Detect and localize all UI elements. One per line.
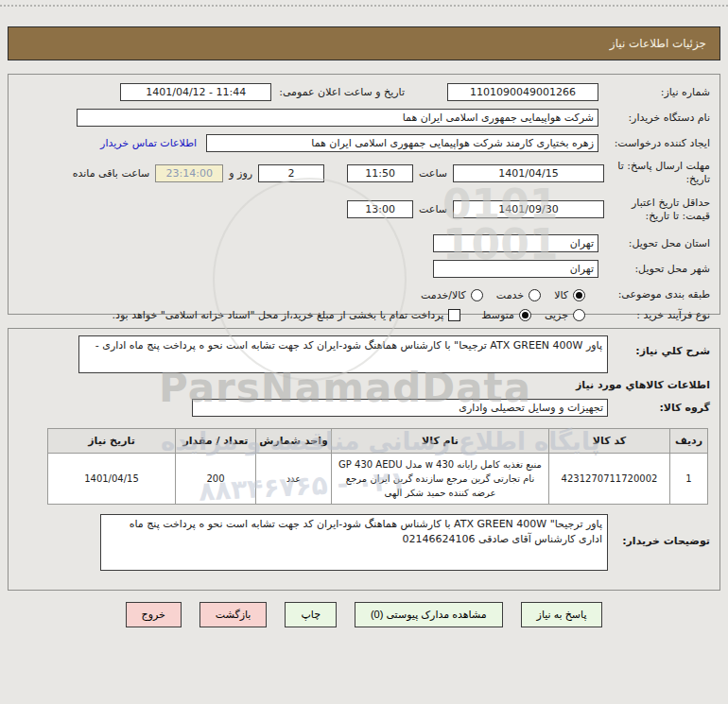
remaining-days-field[interactable]: 2 [258,164,324,182]
radio-option-partial[interactable]: جزیی [545,309,585,321]
treasury-docs-checkbox-option[interactable]: پرداخت تمام یا بخشی از مبلغ خرید،از محل … [113,309,461,321]
goods-table-header-row: ردیف کد کالا نام کالا واحد شمارش تعداد /… [48,429,708,454]
buyer-notes-label: توضیحات خریدار: [608,514,710,548]
delivery-province-label: استان محل تحویل: [598,237,710,250]
print-button[interactable]: چاپ [285,602,337,627]
top-dotted-divider [0,5,728,7]
days-and-label: روز و [229,167,252,180]
cell-row-number: 1 [670,454,708,505]
radio-goods-service-icon[interactable] [471,289,483,301]
row-response-deadline: مهلت ارسال پاسخ: تا تاریخ: 1401/04/15 سا… [18,160,710,187]
cell-goods-code: 4231270711720002 [549,454,670,505]
goods-info-panel: شرح کلي نیاز: پاور ATX GREEN 400W ترجیحا… [8,328,720,591]
subject-classification-label: طبقه بندی موضوعی: [598,288,710,301]
deadline-date-field[interactable]: 1401/04/15 [453,164,604,182]
request-creator-field[interactable]: زهره بختیاری کارمند شرکت هواپیمایی جمهور… [206,134,598,152]
row-buyer-notes: توضیحات خریدار: پاور ترجیحا" ATX GREEN 4… [18,514,710,571]
page: { "header": { "title": "جزئیات اطلاعات ن… [0,0,728,704]
deadline-hour-label: ساعت [419,167,447,180]
radio-option-service[interactable]: خدمت [496,289,541,301]
cell-goods-name: منبع تغذیه کامل رایانه 430 w مدل GP 430 … [332,454,549,505]
radio-option-goods[interactable]: کالا [554,289,585,301]
cell-quantity: 200 [176,454,256,505]
buyer-contact-link[interactable]: اطلاعات تماس خریدار [100,137,197,149]
respond-to-need-button[interactable]: پاسخ به نیاز [521,602,603,627]
row-need-description: شرح کلي نیاز: پاور ATX GREEN 400W ترجیحا… [18,335,710,373]
hours-remaining-label: ساعت باقی مانده [73,167,150,180]
announce-datetime-field[interactable]: 1401/04/12 - 11:44 [120,83,271,101]
response-deadline-label: مهلت ارسال پاسخ: تا تاریخ: [604,160,710,187]
validity-date-field[interactable]: 1401/09/30 [453,200,604,218]
buyer-notes-field[interactable]: پاور ترجیحا" ATX GREEN 400W با کارشناس ه… [100,514,608,571]
back-button[interactable]: بازگشت [199,602,268,627]
need-number-field[interactable]: 1101090049001266 [447,83,598,101]
goods-table: ردیف کد کالا نام کالا واحد شمارش تعداد /… [47,428,708,505]
row-delivery-city: شهر محل تحویل: تهران [18,260,710,278]
purchase-process-label: نوع فرآیند خرید : [598,309,710,322]
radio-medium-icon[interactable] [519,309,531,321]
page-title-bar: جزئیات اطلاعات نیاز [8,26,720,60]
row-delivery-province: استان محل تحویل: تهران [18,234,710,252]
page-title: جزئیات اطلاعات نیاز [610,37,706,50]
radio-goods-icon[interactable] [573,289,585,301]
col-quantity: تعداد / مقدار [176,429,256,454]
radio-partial-icon[interactable] [573,309,585,321]
deadline-time-field[interactable]: 11:50 [347,164,413,182]
treasury-docs-checkbox-label: پرداخت تمام یا بخشی از مبلغ خرید،از محل … [113,309,444,321]
view-attached-documents-button[interactable]: مشاهده مدارک پیوستی (0) [355,602,503,627]
delivery-city-field[interactable]: تهران [433,260,598,278]
cell-need-date: 1401/04/15 [48,454,176,505]
buyer-org-field[interactable]: شرکت هواپیمایی جمهوری اسلامی ایران هما [77,109,598,127]
col-row-number: ردیف [670,429,708,454]
goods-table-row[interactable]: 1 4231270711720002 منبع تغذیه کامل رایان… [48,454,708,505]
col-need-date: تاریخ نیاز [48,429,176,454]
validity-hour-label: ساعت [419,203,447,215]
row-goods-group: گروه کالا: تجهیزات و وسایل تحصیلی واداری [18,399,710,417]
col-count-unit: واحد شمارش [256,429,332,454]
need-description-label: شرح کلي نیاز: [608,335,710,358]
goods-group-label: گروه کالا: [608,402,710,415]
radio-service-icon[interactable] [529,289,541,301]
row-buyer-org: نام دستگاه خریدار: شرکت هواپیمایی جمهوری… [18,109,710,127]
row-price-validity: حداقل تاریخ اعتبار قیمت: تا تاریخ: 1401/… [18,197,710,224]
action-button-row: پاسخ به نیاز مشاهده مدارک پیوستی (0) چاپ… [0,602,728,627]
row-purchase-process: نوع فرآیند خرید : جزیی متوسط پرداخت تمام… [18,309,710,322]
request-creator-label: ایجاد کننده درخواست: [598,137,710,150]
row-subject-classification: طبقه بندی موضوعی: کالا خدمت کالا/خدمت [18,288,710,301]
need-description-field[interactable]: پاور ATX GREEN 400W ترجیحا" با کارشناس ه… [78,335,608,373]
cell-count-unit: عدد [256,454,332,505]
remaining-time-countdown: 23:14:00 [155,164,223,182]
price-validity-label: حداقل تاریخ اعتبار قیمت: تا تاریخ: [604,197,710,224]
delivery-province-field[interactable]: تهران [433,234,598,252]
buyer-org-label: نام دستگاه خریدار: [598,112,710,125]
treasury-docs-checkbox[interactable] [448,309,460,321]
validity-time-field[interactable]: 13:00 [347,200,413,218]
announce-datetime-label: تاریخ و ساعت اعلان عمومی: [279,86,405,98]
exit-button[interactable]: خروج [126,602,182,627]
radio-option-medium[interactable]: متوسط [481,309,531,321]
radio-option-goods-service[interactable]: کالا/خدمت [421,289,483,301]
row-need-number: شماره نیاز: 1101090049001266 تاریخ و ساع… [18,83,710,101]
need-number-label: شماره نیاز: [598,86,710,99]
delivery-city-label: شهر محل تحویل: [598,263,710,276]
goods-info-section-title: اطلاعات کالاهاي مورد نیاز [18,379,710,391]
col-goods-code: کد کالا [549,429,670,454]
col-goods-name: نام کالا [332,429,549,454]
goods-group-field[interactable]: تجهیزات و وسایل تحصیلی واداری [192,399,608,417]
need-info-panel: شماره نیاز: 1101090049001266 تاریخ و ساع… [8,74,720,315]
row-request-creator: ایجاد کننده درخواست: زهره بختیاری کارمند… [18,134,710,152]
